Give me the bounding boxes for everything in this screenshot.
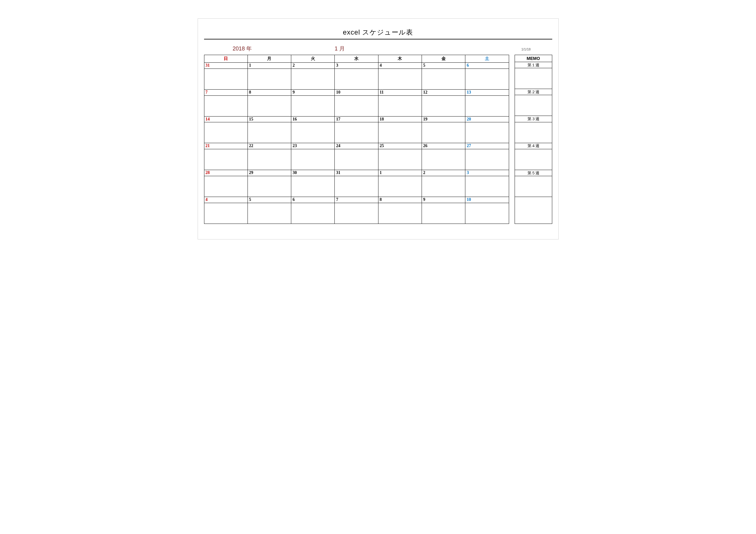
week-body-row	[204, 203, 509, 224]
day-cell	[335, 68, 378, 89]
memo-header: MEMO	[515, 55, 552, 62]
day-cell	[335, 122, 378, 143]
memo-cell	[515, 68, 552, 89]
title-bar: excel スケジュール表	[204, 28, 552, 40]
week-number-row: 31123456	[204, 63, 509, 69]
day-number: 19	[422, 116, 465, 122]
day-cell	[378, 203, 421, 224]
day-number: 12	[422, 89, 465, 95]
day-number: 10	[335, 89, 378, 95]
day-cell	[291, 149, 335, 170]
calendar-container: 日 月 火 水 木 金 土 31123456789101112131415161…	[204, 55, 552, 224]
day-cell	[378, 95, 421, 116]
day-header-thu: 木	[378, 55, 421, 63]
day-number: 7	[335, 197, 378, 203]
day-cell	[291, 68, 335, 89]
memo-column: MEMO 第１週第２週第３週第４週第５週	[515, 55, 552, 224]
day-number: 8	[378, 197, 421, 203]
week-number-row: 14151617181920	[204, 116, 509, 122]
day-header-mon: 月	[248, 55, 291, 63]
day-number: 24	[335, 143, 378, 149]
day-cell	[204, 95, 248, 116]
day-number: 3	[465, 170, 509, 176]
day-number: 22	[248, 143, 291, 149]
day-number: 6	[465, 63, 509, 69]
day-number: 16	[291, 116, 335, 122]
day-number: 28	[204, 170, 248, 176]
day-header-wed: 水	[335, 55, 378, 63]
day-cell	[291, 176, 335, 197]
day-cell	[378, 68, 421, 89]
memo-cell	[515, 203, 552, 224]
day-cell	[248, 176, 291, 197]
day-cell	[422, 68, 465, 89]
day-number: 10	[465, 197, 509, 203]
day-number: 31	[204, 63, 248, 69]
memo-week-label: 第４週	[515, 143, 552, 149]
day-number: 13	[465, 89, 509, 95]
day-cell	[291, 203, 335, 224]
day-cell	[465, 203, 509, 224]
day-cell	[378, 176, 421, 197]
day-number: 9	[291, 89, 335, 95]
memo-week-label: 第２週	[515, 89, 552, 95]
day-cell	[422, 95, 465, 116]
day-cell	[378, 122, 421, 143]
day-cell	[422, 176, 465, 197]
day-number: 9	[422, 197, 465, 203]
day-header-fri: 金	[422, 55, 465, 63]
day-header-sun: 日	[204, 55, 248, 63]
day-number: 1	[378, 170, 421, 176]
day-header-tue: 火	[291, 55, 335, 63]
week-body-row	[204, 122, 509, 143]
day-number: 5	[248, 197, 291, 203]
week-body-row	[204, 95, 509, 116]
day-cell	[204, 176, 248, 197]
day-number: 27	[465, 143, 509, 149]
day-cell	[335, 95, 378, 116]
calendar-grid: 日 月 火 水 木 金 土 31123456789101112131415161…	[204, 55, 509, 224]
memo-week-label: 第１週	[515, 62, 552, 68]
day-cell	[204, 68, 248, 89]
date-stamp: 1/1/18	[399, 47, 552, 51]
day-cell	[465, 95, 509, 116]
memo-cell	[515, 122, 552, 143]
day-number: 2	[291, 63, 335, 69]
day-cell	[378, 149, 421, 170]
day-cell	[465, 149, 509, 170]
day-cell	[248, 149, 291, 170]
day-cell	[248, 203, 291, 224]
day-number: 29	[248, 170, 291, 176]
day-number: 17	[335, 116, 378, 122]
day-cell	[422, 149, 465, 170]
day-cell	[204, 149, 248, 170]
memo-week-label: 第３週	[515, 116, 552, 122]
day-cell	[248, 68, 291, 89]
day-number: 4	[204, 197, 248, 203]
week-body-row	[204, 68, 509, 89]
day-number: 3	[335, 63, 378, 69]
memo-week-label	[515, 197, 552, 203]
day-number: 30	[291, 170, 335, 176]
day-cell	[335, 149, 378, 170]
memo-cell	[515, 149, 552, 170]
day-cell	[422, 203, 465, 224]
day-number: 15	[248, 116, 291, 122]
day-cell	[248, 122, 291, 143]
calendar-header: 2018 年 1 月 1/1/18	[204, 45, 552, 52]
day-number: 4	[378, 63, 421, 69]
day-number: 14	[204, 116, 248, 122]
day-cell	[465, 176, 509, 197]
day-number: 8	[248, 89, 291, 95]
memo-cell	[515, 176, 552, 197]
day-cell	[465, 68, 509, 89]
week-body-row	[204, 149, 509, 170]
week-number-row: 21222324252627	[204, 143, 509, 149]
day-number: 31	[335, 170, 378, 176]
week-number-row: 45678910	[204, 197, 509, 203]
memo-week-label: 第５週	[515, 170, 552, 176]
day-cell	[465, 122, 509, 143]
day-number: 1	[248, 63, 291, 69]
document-page: excel スケジュール表 2018 年 1 月 1/1/18 日 月 火 水 …	[198, 18, 559, 239]
day-cell	[291, 95, 335, 116]
